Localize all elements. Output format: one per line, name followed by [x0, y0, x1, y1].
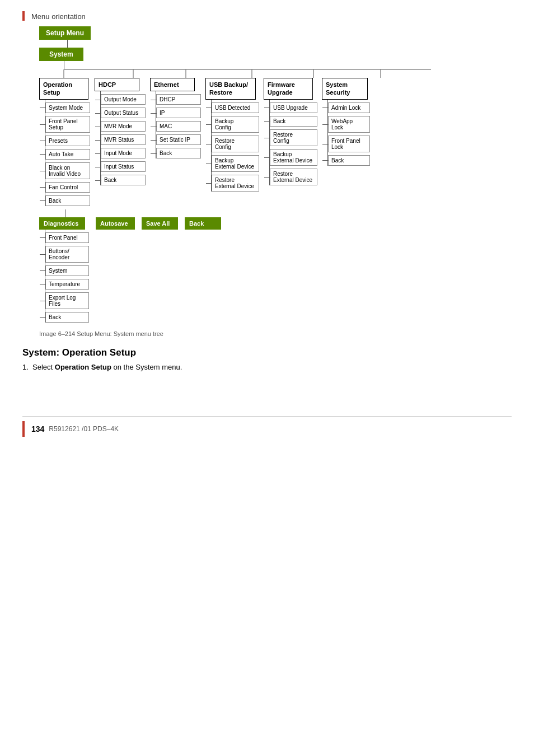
sub-usb-upgrade[interactable]: USB Upgrade — [270, 102, 317, 113]
bottom-row: Diagnostics Front Panel Buttons/Encoder … — [39, 217, 512, 323]
cat-diagnostics: Diagnostics Front Panel Buttons/Encoder … — [39, 217, 89, 323]
sub-restore-ext-fw[interactable]: RestoreExternal Device — [270, 169, 317, 185]
cat-header-usb[interactable]: USB Backup/Restore — [205, 78, 256, 100]
sub-buttons-encoder[interactable]: Buttons/Encoder — [45, 246, 89, 263]
sub-fan-control[interactable]: Fan Control — [45, 182, 90, 193]
sub-back-hdcp[interactable]: Back — [101, 175, 146, 185]
cat-header-save-all[interactable]: Save All — [142, 217, 178, 230]
step-1: 1. Select Operation Setup on the System … — [22, 363, 512, 371]
cat-header-hdcp[interactable]: HDCP — [95, 78, 139, 91]
cat-firmware: FirmwareUpgrade USB Upgrade Back Restore… — [264, 78, 317, 185]
setup-menu-btn[interactable]: Setup Menu — [39, 26, 91, 40]
cat-hdcp: HDCP Output Mode Output Status MVR Mode … — [95, 78, 146, 185]
sub-back-op[interactable]: Back — [45, 195, 90, 206]
cat-header-diagnostics[interactable]: Diagnostics — [39, 217, 85, 230]
cat-header-security[interactable]: SystemSecurity — [322, 78, 368, 100]
sub-presets[interactable]: Presets — [45, 136, 90, 146]
sub-auto-take[interactable]: Auto Take — [45, 149, 90, 160]
sub-items-ethernet: DHCP IP MAC Set Static IP Back — [156, 91, 201, 158]
image-caption: Image 6–214 Setup Menu: System menu tree — [39, 330, 512, 337]
sub-front-panel-lock[interactable]: Front PanelLock — [328, 136, 370, 152]
sub-system-mode[interactable]: System Mode — [45, 102, 90, 113]
sub-back-fw[interactable]: Back — [270, 116, 317, 127]
sub-items-hdcp: Output Mode Output Status MVR Mode MVR S… — [100, 91, 146, 185]
sub-temperature[interactable]: Temperature — [45, 279, 89, 290]
step-1-bold: Operation Setup — [55, 363, 111, 371]
sub-items-security: Admin Lock WebAppLock Front PanelLock Ba… — [327, 100, 370, 166]
sub-mvr-status[interactable]: MVR Status — [101, 134, 146, 145]
sub-restore-config-fw[interactable]: RestoreConfig — [270, 129, 317, 146]
cat-header-ethernet[interactable]: Ethernet — [150, 78, 195, 91]
menu-orientation-label: Menu orientation — [31, 11, 86, 21]
left-accent-bar — [22, 11, 25, 21]
sub-items-firmware: USB Upgrade Back RestoreConfig BackupExt… — [269, 100, 317, 185]
sub-back-security[interactable]: Back — [328, 155, 370, 166]
footer-doc-id: R5912621 /01 PDS–4K — [49, 425, 119, 433]
section-heading: System: Operation Setup — [22, 347, 512, 358]
cat-operation-setup: OperationSetup System Mode Front PanelSe… — [39, 78, 90, 206]
top-categories-row: OperationSetup System Mode Front PanelSe… — [39, 78, 512, 206]
sub-dhcp[interactable]: DHCP — [156, 94, 201, 105]
sub-backup-ext-fw[interactable]: BackupExternal Device — [270, 149, 317, 166]
sub-output-mode[interactable]: Output Mode — [101, 94, 146, 105]
sub-admin-lock[interactable]: Admin Lock — [328, 102, 370, 113]
system-btn[interactable]: System — [39, 48, 83, 61]
cat-ethernet: Ethernet DHCP IP MAC Set Static IP Back — [150, 78, 201, 158]
sub-front-panel-setup[interactable]: Front PanelSetup — [45, 116, 90, 133]
cat-usb-backup: USB Backup/Restore USB Detected BackupCo… — [205, 78, 259, 192]
cat-autosave: Autosave — [96, 217, 135, 230]
sub-input-mode[interactable]: Input Mode — [101, 148, 146, 158]
sub-input-status[interactable]: Input Status — [101, 161, 146, 172]
cat-header-autosave[interactable]: Autosave — [96, 217, 135, 230]
cat-back-bottom: Back — [185, 217, 221, 230]
cat-save-all: Save All — [142, 217, 178, 230]
top-tree-connector — [39, 69, 465, 78]
sub-export-log[interactable]: Export LogFiles — [45, 292, 89, 309]
sub-mac[interactable]: MAC — [156, 121, 201, 132]
sub-output-status[interactable]: Output Status — [101, 108, 146, 118]
sub-usb-detected[interactable]: USB Detected — [212, 102, 259, 113]
cat-header-back-bottom[interactable]: Back — [185, 217, 221, 230]
footer-page-number: 134 — [31, 424, 44, 433]
sub-back-diag[interactable]: Back — [45, 312, 89, 323]
diagram-area: Setup Menu System OperationSetup System … — [39, 26, 512, 323]
sub-ip[interactable]: IP — [156, 108, 201, 118]
sub-backup-config[interactable]: BackupConfig — [212, 116, 259, 133]
sub-black-on-invalid[interactable]: Black onInvalid Video — [45, 162, 90, 179]
sub-restore-config[interactable]: RestoreConfig — [212, 136, 259, 152]
sub-set-static-ip[interactable]: Set Static IP — [156, 134, 201, 145]
page-footer: 134 R5912621 /01 PDS–4K — [22, 416, 512, 437]
sub-webapp-lock[interactable]: WebAppLock — [328, 116, 370, 133]
sub-back-ethernet[interactable]: Back — [156, 148, 201, 158]
sub-restore-ext[interactable]: RestoreExternal Device — [212, 175, 259, 192]
cat-header-firmware[interactable]: FirmwareUpgrade — [264, 78, 313, 100]
sub-system-diag[interactable]: System — [45, 265, 89, 276]
sub-items-operation: System Mode Front PanelSetup Presets Aut… — [45, 100, 90, 206]
cat-system-security: SystemSecurity Admin Lock WebAppLock Fro… — [322, 78, 372, 166]
sub-backup-ext[interactable]: BackupExternal Device — [212, 155, 259, 172]
sub-items-usb: USB Detected BackupConfig RestoreConfig … — [211, 100, 259, 192]
cat-header-operation[interactable]: OperationSetup — [39, 78, 88, 100]
sub-items-diagnostics: Front Panel Buttons/Encoder System Tempe… — [45, 230, 89, 323]
page-header: Menu orientation — [22, 11, 512, 21]
sub-front-panel-diag[interactable]: Front Panel — [45, 232, 89, 243]
sub-mvr-mode[interactable]: MVR Mode — [101, 121, 146, 132]
footer-accent-bar — [22, 421, 25, 437]
